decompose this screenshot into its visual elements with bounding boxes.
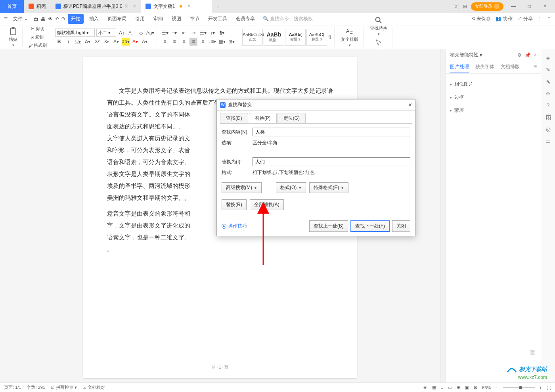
- word-count[interactable]: 字数: 291: [27, 384, 45, 390]
- tabs-icon[interactable]: ☵▾: [199, 29, 207, 37]
- borders-icon[interactable]: ⊞▾: [228, 38, 235, 46]
- font-size-select[interactable]: 小二 ▾: [96, 29, 116, 37]
- view-mode3-icon[interactable]: ▭: [448, 385, 452, 390]
- align-right-icon[interactable]: ≡: [180, 38, 188, 46]
- style-h1[interactable]: AaBb标题 1: [264, 29, 284, 46]
- find-prev-button[interactable]: 查找上一处(B): [309, 220, 348, 232]
- numbering-icon[interactable]: ≡▾: [170, 29, 178, 37]
- collapse-ribbon-icon[interactable]: ⌃: [547, 16, 551, 22]
- zoom-value[interactable]: 66%: [482, 385, 491, 390]
- badge-icon[interactable]: 2: [453, 4, 459, 9]
- dialog-close-button[interactable]: ×: [408, 101, 412, 109]
- panel-item-mask[interactable]: 蒙层: [450, 104, 537, 117]
- ops-tip-link[interactable]: ▶ 操作技巧: [222, 223, 247, 229]
- increase-font-icon[interactable]: A↑: [118, 29, 126, 37]
- close-window-button[interactable]: ×: [539, 4, 551, 9]
- spellcheck-toggle[interactable]: ☑ 拼写检查 ▾: [51, 384, 77, 390]
- indent-left-icon[interactable]: ⇤: [180, 29, 188, 37]
- pencil-icon[interactable]: ✎: [546, 67, 551, 73]
- panel-item-similar[interactable]: 相似图片: [450, 78, 537, 91]
- indent-right-icon[interactable]: ⇥: [189, 29, 197, 37]
- font-name-select[interactable]: 微软雅黑 Light ▾: [55, 29, 95, 37]
- underline-icon[interactable]: U▾: [74, 38, 82, 46]
- dialog-tab-replace[interactable]: 替换(P): [249, 113, 277, 123]
- share-button[interactable]: ↗ 分享: [517, 15, 533, 22]
- line-spacing-icon[interactable]: ↕≡▾: [209, 38, 216, 46]
- unsaved-indicator[interactable]: ⟲ 未保存: [471, 15, 491, 22]
- highlight-icon[interactable]: ab▾: [122, 38, 130, 46]
- page-indicator[interactable]: 页面: 1/1: [4, 384, 21, 390]
- superscript-icon[interactable]: X²: [93, 38, 101, 46]
- special-format-button[interactable]: 特殊格式(E) ▼: [309, 182, 348, 193]
- tab-doc-active[interactable]: 文字文稿1 ×: [141, 0, 212, 13]
- save-icon[interactable]: 🗀: [34, 16, 38, 22]
- find-replace-button[interactable]: 查找替换▾: [367, 15, 390, 37]
- zoom-slider[interactable]: [503, 387, 535, 388]
- new-tab-button[interactable]: +: [212, 0, 224, 13]
- grid-icon[interactable]: ⊞: [463, 4, 467, 9]
- proofing-toggle[interactable]: ☑ 文档校对: [82, 384, 105, 390]
- close-icon[interactable]: ×: [133, 4, 136, 9]
- vertical-scrollbar[interactable]: [440, 49, 446, 382]
- marks-icon[interactable]: ¶▾: [218, 29, 226, 37]
- panel-tab-font[interactable]: 缺失字体: [475, 63, 494, 73]
- replace-input[interactable]: [253, 157, 410, 166]
- replace-button[interactable]: 替换(R): [222, 199, 247, 210]
- tab-app-docker[interactable]: 稻壳: [24, 0, 51, 13]
- close-icon[interactable]: ×: [188, 4, 190, 9]
- more-icon[interactable]: ⋮: [538, 16, 542, 22]
- menu-start[interactable]: 开始: [68, 14, 84, 24]
- align-left-icon[interactable]: ≡: [161, 38, 169, 46]
- copy-button[interactable]: ⎘ 复制: [29, 33, 46, 41]
- format-button[interactable]: 格式(O) ▼: [276, 182, 306, 193]
- style-h2[interactable]: AaBb(标题 2: [285, 29, 306, 46]
- book-icon[interactable]: ▭: [545, 138, 551, 144]
- align-center-icon[interactable]: ≡: [170, 38, 178, 46]
- panel-item-border[interactable]: 边框: [450, 91, 537, 104]
- zoom-in-icon[interactable]: +: [540, 385, 542, 390]
- view-mode4-icon[interactable]: ⊕: [457, 385, 460, 390]
- strike-icon[interactable]: A̶▾: [84, 38, 92, 46]
- view-mode5-icon[interactable]: ▣: [465, 385, 469, 390]
- close-panel-icon[interactable]: ×: [534, 52, 537, 58]
- text-layout-button[interactable]: A 文字排版▾: [339, 26, 361, 48]
- close-button[interactable]: 关闭: [392, 220, 410, 232]
- menu-dev[interactable]: 开发工具: [205, 14, 230, 24]
- pin-icon[interactable]: 📌: [525, 52, 531, 58]
- target-icon[interactable]: ◎: [546, 126, 551, 132]
- pin-icon[interactable]: ⎘: [125, 4, 128, 9]
- panel-tab-image[interactable]: 图片处理: [450, 63, 469, 73]
- view-mode1-icon[interactable]: ▦: [432, 385, 436, 390]
- image-icon[interactable]: 🖼: [545, 114, 551, 120]
- coop-button[interactable]: 👥 协作: [496, 15, 512, 22]
- minimize-button[interactable]: —: [507, 4, 519, 9]
- panel-tab-layout[interactable]: 文档排版: [501, 63, 520, 73]
- panel-menu-icon[interactable]: ≡: [534, 63, 537, 73]
- print-icon[interactable]: 🖶: [41, 16, 46, 22]
- italic-icon[interactable]: I: [65, 38, 73, 46]
- align-justify-icon[interactable]: ≡: [189, 38, 197, 46]
- zoom-fit-icon[interactable]: ⊡: [474, 385, 477, 390]
- style-h3[interactable]: AaBbC(标题 3: [306, 29, 327, 46]
- select-icon[interactable]: ⬉: [546, 78, 551, 85]
- tab-home[interactable]: 首页: [0, 0, 24, 13]
- menu-section[interactable]: 章节: [187, 14, 203, 24]
- diamond-icon[interactable]: ◈: [546, 55, 550, 61]
- menu-layout[interactable]: 页面布局: [104, 14, 130, 24]
- style-more-icon[interactable]: ⇅: [328, 34, 332, 40]
- hamburger-icon[interactable]: ≡: [4, 15, 8, 23]
- clear-format-icon[interactable]: ◇: [137, 29, 145, 37]
- help-icon[interactable]: ?: [547, 102, 550, 109]
- advanced-search-button[interactable]: 高级搜索(M) ▼: [222, 182, 262, 193]
- font-color-icon[interactable]: A▾: [112, 38, 120, 46]
- char-case-icon[interactable]: Aa▾: [146, 29, 154, 37]
- cut-button[interactable]: ✂ 剪切: [29, 25, 46, 33]
- style-normal[interactable]: AaBbCcDd正文: [242, 29, 263, 46]
- undo-icon[interactable]: ↶: [55, 16, 59, 22]
- decrease-font-icon[interactable]: A↓: [127, 29, 135, 37]
- login-button[interactable]: 立即登录: [471, 2, 503, 11]
- distribute-icon[interactable]: ≡: [199, 38, 207, 46]
- sort-icon[interactable]: ↕▾: [209, 29, 216, 37]
- menu-review[interactable]: 审阅: [150, 14, 166, 24]
- char-shading-icon[interactable]: A▾: [141, 38, 149, 46]
